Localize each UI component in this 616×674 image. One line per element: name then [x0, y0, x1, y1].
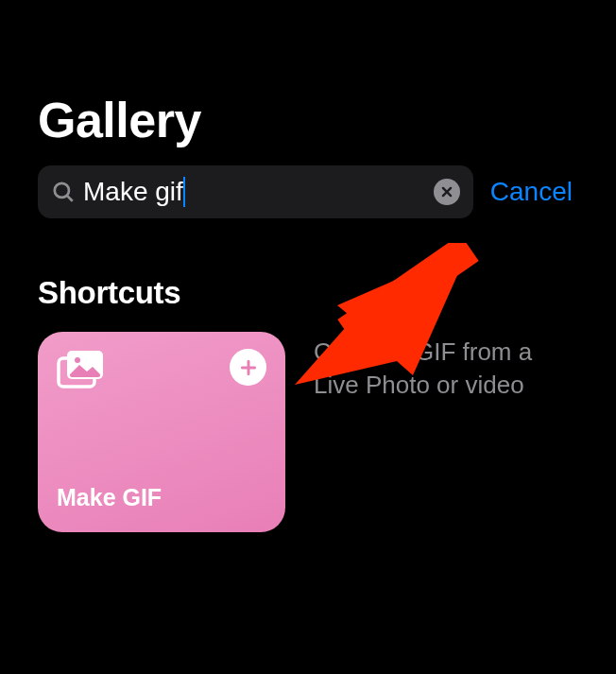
search-icon — [51, 180, 76, 204]
photos-icon — [57, 349, 106, 394]
search-value: Make gif — [76, 177, 183, 207]
clear-icon[interactable] — [434, 179, 460, 205]
section-header-shortcuts: Shortcuts — [38, 275, 578, 311]
shortcut-card-title: Make GIF — [57, 484, 266, 515]
search-input[interactable]: Make gif — [38, 165, 473, 218]
svg-line-1 — [67, 196, 73, 201]
page-title: Gallery — [38, 92, 578, 148]
text-cursor — [183, 177, 185, 207]
cancel-button[interactable]: Cancel — [490, 177, 578, 207]
svg-point-6 — [75, 357, 80, 363]
search-row: Make gif Cancel — [38, 165, 578, 218]
shortcut-row: Make GIF Create a GIF from a Live Photo … — [38, 332, 578, 532]
shortcut-card-make-gif[interactable]: Make GIF — [38, 332, 285, 532]
svg-point-0 — [55, 183, 69, 198]
add-shortcut-button[interactable] — [230, 349, 266, 386]
shortcut-description: Create a GIF from a Live Photo or video — [314, 332, 550, 402]
